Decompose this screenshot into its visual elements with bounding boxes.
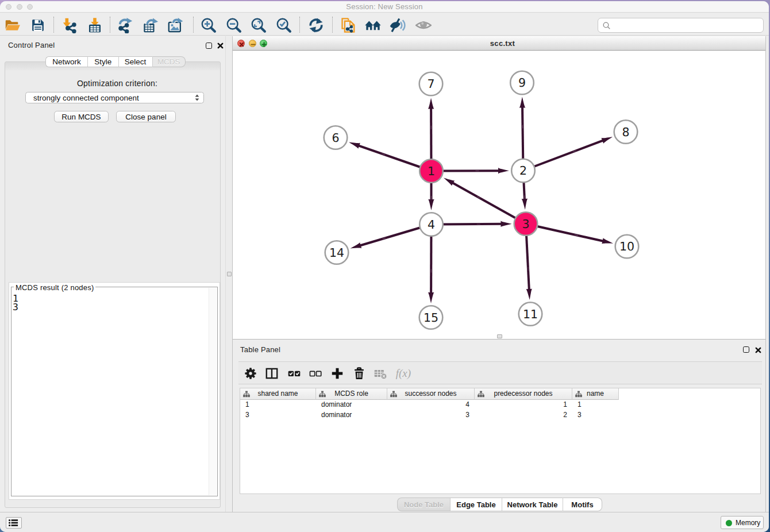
zoom-in-button[interactable] — [201, 17, 217, 33]
open-session-button[interactable] — [5, 17, 21, 33]
column-header-MCDS-role[interactable]: MCDS role — [316, 388, 387, 400]
tab-edge-table[interactable]: Edge Table — [450, 498, 502, 511]
select-chevrons-icon — [194, 94, 200, 102]
node-15[interactable]: 15 — [419, 306, 443, 329]
horizontal-splitter-handle[interactable] — [497, 334, 502, 338]
column-header-shared-name[interactable]: shared name — [240, 388, 316, 400]
network-frame: scc.txt 1234678910111415 — [233, 36, 766, 339]
node-10[interactable]: 10 — [615, 235, 639, 259]
node-6[interactable]: 6 — [324, 126, 348, 149]
result-scrollbar[interactable] — [209, 288, 217, 495]
main-toolbar — [0, 13, 769, 36]
function-builder-button: f(x) — [396, 366, 411, 381]
toolbar-separator — [110, 17, 110, 33]
node-14[interactable]: 14 — [325, 241, 349, 264]
node-4[interactable]: 4 — [419, 213, 443, 236]
node-3[interactable]: 3 — [514, 212, 538, 236]
edge-3-10[interactable] — [526, 224, 613, 244]
edge-4-14[interactable] — [350, 225, 431, 249]
show-all-button[interactable] — [415, 17, 432, 33]
vertical-splitter-handle[interactable] — [227, 272, 232, 276]
zoom-fit-button[interactable] — [251, 17, 267, 33]
svg-text:10: 10 — [619, 240, 634, 253]
deselect-all-button[interactable] — [308, 366, 323, 381]
node-8[interactable]: 8 — [614, 120, 638, 144]
export-table-button[interactable] — [143, 17, 159, 33]
table-panel-float-button[interactable] — [743, 346, 749, 353]
table-row[interactable]: 3dominator323 — [240, 410, 619, 420]
import-network-button[interactable] — [61, 17, 78, 33]
edge-3-1[interactable] — [444, 178, 526, 223]
cell-name: 1 — [572, 400, 619, 410]
table-tabs: Node TableEdge TableNetwork TableMotifs — [233, 498, 765, 511]
node-table: shared nameMCDS rolesuccessor nodesprede… — [240, 388, 761, 494]
table-panel-close-button[interactable] — [755, 347, 761, 353]
table-row[interactable]: 1dominator411 — [240, 400, 619, 410]
export-image-button[interactable] — [167, 17, 183, 33]
node-2[interactable]: 2 — [511, 159, 535, 183]
settings-button[interactable] — [243, 366, 258, 381]
table-toolbar: f(x) — [238, 361, 762, 384]
close-panel-button[interactable]: Close panel — [116, 111, 176, 122]
run-mcds-button[interactable]: Run MCDS — [54, 111, 109, 122]
node-1[interactable]: 1 — [419, 159, 443, 183]
save-session-button[interactable] — [30, 17, 46, 33]
tab-style[interactable]: Style — [87, 56, 118, 67]
cell-shared-name: 1 — [240, 400, 316, 410]
column-header-name[interactable]: name — [572, 388, 619, 400]
svg-text:15: 15 — [424, 311, 438, 325]
column-header-predecessor-nodes[interactable]: predecessor nodes — [475, 388, 572, 400]
add-row-button[interactable] — [330, 366, 345, 381]
search-input[interactable] — [613, 19, 760, 32]
zoom-out-button[interactable] — [226, 17, 242, 33]
tab-mcds[interactable]: MCDS — [152, 56, 186, 67]
vertical-splitter[interactable] — [225, 36, 233, 512]
deselect-all-icon — [308, 366, 323, 381]
tab-network-table[interactable]: Network Table — [502, 498, 563, 511]
hide-selected-button[interactable] — [390, 17, 406, 33]
import-table-button[interactable] — [87, 17, 103, 33]
first-neighbors-button[interactable] — [365, 17, 381, 33]
search-box — [598, 18, 764, 33]
svg-text:4: 4 — [428, 218, 435, 232]
zoom-selected-button[interactable] — [276, 17, 292, 33]
control-panel-title: Control Panel — [8, 41, 55, 49]
import-table-icon — [87, 17, 103, 33]
edge-1-6[interactable] — [349, 142, 431, 171]
export-network-button[interactable] — [118, 17, 134, 33]
task-history-button[interactable] — [6, 517, 22, 529]
tab-node-table[interactable]: Node Table — [397, 498, 450, 511]
first-neighbors-icon — [365, 17, 381, 33]
delete-table-button — [373, 366, 388, 381]
criterion-select[interactable]: strongly connected component — [25, 92, 204, 103]
delete-table-icon — [373, 366, 388, 381]
mcds-result-text[interactable]: 1 3 — [13, 294, 18, 312]
tab-select[interactable]: Select — [118, 56, 152, 67]
tab-network[interactable]: Network — [45, 56, 87, 67]
control-panel-close-button[interactable] — [217, 43, 224, 49]
cell-shared-name: 3 — [240, 410, 316, 420]
node-11[interactable]: 11 — [519, 302, 542, 326]
node-7[interactable]: 7 — [419, 72, 443, 96]
svg-text:3: 3 — [522, 217, 529, 231]
column-header-successor-nodes[interactable]: successor nodes — [387, 388, 475, 400]
criterion-value: strongly connected component — [33, 92, 139, 103]
mcds-result-legend: MCDS result (2 nodes) — [14, 283, 95, 292]
network-canvas[interactable]: 1234678910111415 — [233, 51, 765, 339]
control-panel: Control Panel NetworkStyleSelectMCDS Opt… — [0, 36, 225, 512]
refresh-button[interactable] — [308, 17, 324, 33]
node-9[interactable]: 9 — [510, 71, 534, 95]
delete-rows-button[interactable] — [352, 366, 367, 381]
memory-button[interactable]: Memory — [721, 516, 764, 529]
split-columns-button[interactable] — [264, 366, 279, 381]
edge-2-8[interactable] — [523, 137, 613, 171]
clone-network-button[interactable] — [340, 17, 356, 33]
settings-icon — [243, 366, 258, 381]
toolbar-separator — [299, 17, 300, 33]
control-panel-float-button[interactable] — [206, 43, 212, 49]
tab-motifs[interactable]: Motifs — [563, 498, 602, 511]
select-all-button[interactable] — [287, 366, 302, 381]
control-panel-tabs: NetworkStyleSelectMCDS — [45, 56, 186, 67]
svg-text:8: 8 — [622, 125, 629, 139]
refresh-icon — [308, 17, 324, 33]
